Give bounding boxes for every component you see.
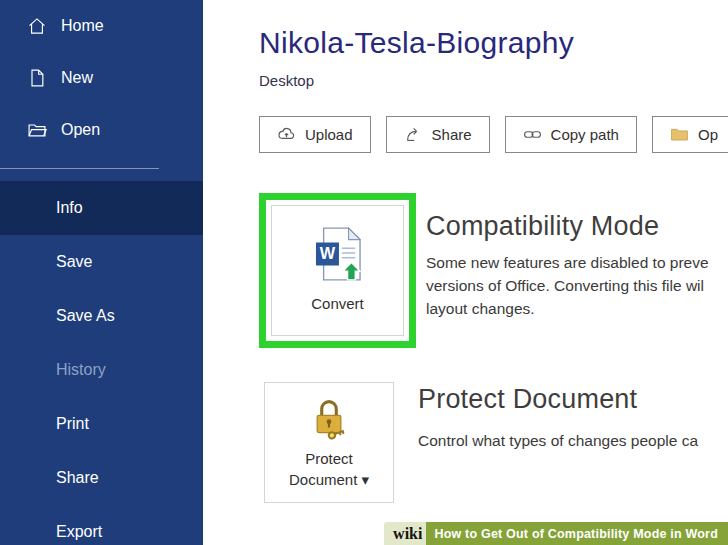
protect-button-label-line: Protect [289, 448, 369, 469]
copy-path-button-label: Copy path [551, 126, 619, 143]
upload-button-label: Upload [305, 126, 353, 143]
convert-button[interactable]: W Convert [271, 205, 404, 336]
sidebar-item-label: New [61, 69, 93, 87]
compatibility-section: W Convert Compatibility Mode Some new fe… [259, 193, 728, 348]
document-title: Nikola-Tesla-Biography [259, 26, 728, 60]
sidebar-item-history[interactable]: History [0, 343, 203, 397]
protect-document-button[interactable]: Protect Document ▾ [264, 382, 394, 503]
sidebar-item-label: Home [61, 17, 104, 35]
sidebar-item-export[interactable]: Export [0, 505, 203, 545]
svg-text:W: W [319, 244, 335, 262]
sidebar-item-label: Info [56, 199, 83, 217]
sidebar-item-label: Export [56, 523, 102, 541]
sidebar-item-save[interactable]: Save [0, 235, 203, 289]
compatibility-heading: Compatibility Mode [426, 211, 709, 242]
open-file-location-button[interactable]: Op [652, 116, 728, 153]
sidebar-item-label: History [56, 361, 106, 379]
link-icon [523, 125, 542, 144]
copy-path-button[interactable]: Copy path [505, 116, 637, 153]
convert-button-label: Convert [311, 293, 364, 314]
compatibility-description-line: versions of Office. Converting this file… [426, 274, 709, 297]
word-backstage-window: Home New Open Info Save Save As History [0, 0, 728, 545]
compatibility-text: Compatibility Mode Some new features are… [426, 211, 709, 320]
sidebar-item-label: Save As [56, 307, 115, 325]
sidebar-item-share[interactable]: Share [0, 451, 203, 505]
document-location: Desktop [259, 72, 728, 89]
lock-key-icon [309, 396, 349, 440]
new-document-icon [27, 68, 47, 88]
share-button-label: Share [432, 126, 472, 143]
sidebar-item-save-as[interactable]: Save As [0, 289, 203, 343]
word-document-convert-icon: W [315, 227, 361, 281]
sidebar-item-print[interactable]: Print [0, 397, 203, 451]
wikihow-watermark: wiki How to Get Out of Compatibility Mod… [384, 522, 728, 545]
protect-button-label-line: Document ▾ [289, 469, 369, 490]
upload-button[interactable]: Upload [259, 116, 371, 153]
protect-button-label: Protect Document ▾ [289, 448, 369, 490]
sidebar-divider [0, 168, 159, 169]
sidebar-item-open[interactable]: Open [0, 104, 203, 156]
sidebar-item-label: Print [56, 415, 89, 433]
backstage-sidebar: Home New Open Info Save Save As History [0, 0, 203, 545]
open-file-location-label: Op [698, 126, 718, 143]
open-folder-icon [27, 120, 47, 140]
wikihow-logo-wiki: wiki [384, 522, 426, 545]
compatibility-description-line: Some new features are disabled to preve [426, 251, 709, 274]
cloud-upload-icon [277, 125, 296, 144]
share-button[interactable]: Share [386, 116, 490, 153]
compatibility-description: Some new features are disabled to preve … [426, 251, 709, 320]
sidebar-item-info[interactable]: Info [0, 181, 203, 235]
protect-description: Control what types of changes people ca [418, 429, 698, 452]
folder-icon [670, 125, 689, 144]
compatibility-description-line: layout changes. [426, 297, 709, 320]
protect-description-line: Control what types of changes people ca [418, 429, 698, 452]
sidebar-item-label: Open [61, 121, 100, 139]
document-toolbar: Upload Share Copy path Op [259, 116, 728, 153]
protect-heading: Protect Document [418, 384, 698, 415]
sidebar-item-label: Share [56, 469, 99, 487]
annotation-highlight-box: W Convert [259, 193, 416, 348]
home-icon [27, 16, 47, 36]
sidebar-item-label: Save [56, 253, 92, 271]
sidebar-item-new[interactable]: New [0, 52, 203, 104]
sidebar-item-home[interactable]: Home [0, 0, 203, 52]
wikihow-article-title: How to Get Out of Compatibility Mode in … [426, 522, 728, 545]
info-pane: Nikola-Tesla-Biography Desktop Upload Sh… [203, 0, 728, 545]
protect-section: Protect Document ▾ Protect Document Cont… [259, 382, 728, 503]
share-arrow-icon [404, 125, 423, 144]
protect-text: Protect Document Control what types of c… [418, 384, 698, 452]
